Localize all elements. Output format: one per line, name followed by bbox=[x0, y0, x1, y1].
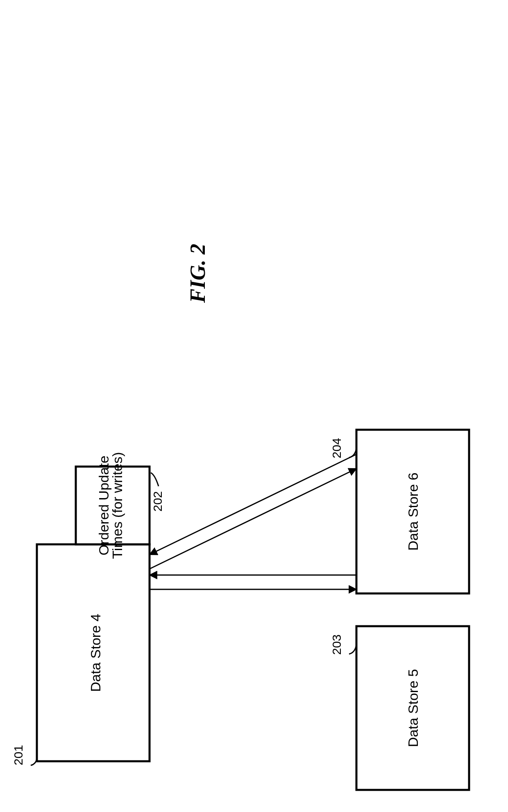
data-store-6-block: Data Store 6 204 bbox=[330, 430, 469, 593]
ordered-update-times-block: Ordered Update Times (for writes) 202 bbox=[76, 452, 164, 559]
svg-line-7 bbox=[150, 469, 356, 569]
data-store-5-label: Data Store 5 bbox=[405, 669, 421, 747]
ref-201-leader bbox=[31, 759, 37, 765]
ref-203-label: 203 bbox=[330, 634, 343, 655]
ordered-update-line2: Times (for writes) bbox=[109, 452, 125, 559]
ref-204-label: 204 bbox=[330, 438, 343, 458]
ref-202-leader bbox=[151, 473, 159, 486]
figure-title: FIG. 2 bbox=[186, 244, 209, 303]
figure-diagram: FIG. 2 Data Store 4 201 Ordered Update T… bbox=[0, 0, 508, 812]
svg-line-6 bbox=[150, 454, 356, 555]
ref-202-label: 202 bbox=[151, 491, 164, 512]
data-store-4-block: Data Store 4 201 bbox=[11, 544, 150, 765]
data-store-6-label: Data Store 6 bbox=[405, 473, 421, 551]
data-store-4-label: Data Store 4 bbox=[88, 614, 103, 692]
connector-store4-store6 bbox=[150, 454, 356, 569]
data-store-5-block: Data Store 5 203 bbox=[330, 626, 469, 790]
ref-201-label: 201 bbox=[11, 745, 25, 765]
ref-203-leader bbox=[349, 645, 356, 654]
connector-store4-store5 bbox=[150, 575, 356, 589]
